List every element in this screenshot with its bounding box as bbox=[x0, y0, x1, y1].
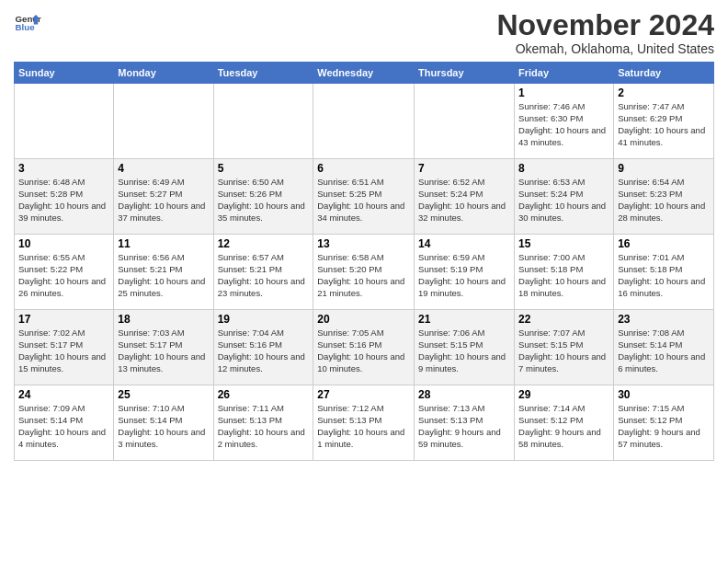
day-cell: 17Sunrise: 7:02 AM Sunset: 5:17 PM Dayli… bbox=[15, 310, 114, 385]
day-info: Sunrise: 7:07 AM Sunset: 5:15 PM Dayligh… bbox=[518, 327, 609, 374]
day-number: 17 bbox=[18, 313, 109, 326]
day-cell: 18Sunrise: 7:03 AM Sunset: 5:17 PM Dayli… bbox=[114, 310, 213, 385]
day-info: Sunrise: 7:12 AM Sunset: 5:13 PM Dayligh… bbox=[317, 403, 410, 450]
header-cell-saturday: Saturday bbox=[614, 63, 714, 84]
day-cell: 14Sunrise: 6:59 AM Sunset: 5:19 PM Dayli… bbox=[415, 235, 515, 310]
day-cell: 13Sunrise: 6:58 AM Sunset: 5:20 PM Dayli… bbox=[313, 235, 415, 310]
day-cell bbox=[415, 84, 515, 159]
title-area: November 2024 Okemah, Oklahoma, United S… bbox=[496, 9, 714, 56]
day-info: Sunrise: 7:03 AM Sunset: 5:17 PM Dayligh… bbox=[118, 327, 209, 374]
day-cell: 15Sunrise: 7:00 AM Sunset: 5:18 PM Dayli… bbox=[515, 235, 614, 310]
day-cell: 16Sunrise: 7:01 AM Sunset: 5:18 PM Dayli… bbox=[614, 235, 714, 310]
day-info: Sunrise: 7:00 AM Sunset: 5:18 PM Dayligh… bbox=[518, 252, 609, 299]
day-info: Sunrise: 6:59 AM Sunset: 5:19 PM Dayligh… bbox=[418, 252, 510, 299]
day-info: Sunrise: 6:52 AM Sunset: 5:24 PM Dayligh… bbox=[418, 177, 510, 224]
day-info: Sunrise: 6:55 AM Sunset: 5:22 PM Dayligh… bbox=[18, 252, 109, 299]
month-title: November 2024 bbox=[496, 9, 714, 41]
day-info: Sunrise: 7:11 AM Sunset: 5:13 PM Dayligh… bbox=[218, 403, 310, 450]
day-info: Sunrise: 7:05 AM Sunset: 5:16 PM Dayligh… bbox=[317, 327, 410, 374]
day-info: Sunrise: 7:46 AM Sunset: 6:30 PM Dayligh… bbox=[518, 101, 609, 148]
day-number: 15 bbox=[518, 237, 609, 250]
day-number: 22 bbox=[518, 313, 609, 326]
header-cell-tuesday: Tuesday bbox=[213, 63, 313, 84]
header-cell-thursday: Thursday bbox=[415, 63, 515, 84]
day-info: Sunrise: 7:10 AM Sunset: 5:14 PM Dayligh… bbox=[118, 403, 209, 450]
day-number: 18 bbox=[118, 313, 209, 326]
day-cell bbox=[313, 84, 415, 159]
day-info: Sunrise: 7:14 AM Sunset: 5:12 PM Dayligh… bbox=[518, 403, 609, 450]
calendar-table: SundayMondayTuesdayWednesdayThursdayFrid… bbox=[14, 62, 714, 461]
logo: General Blue bbox=[14, 9, 41, 37]
day-cell: 29Sunrise: 7:14 AM Sunset: 5:12 PM Dayli… bbox=[515, 385, 614, 461]
svg-text:Blue: Blue bbox=[16, 22, 36, 32]
day-number: 19 bbox=[218, 313, 310, 326]
day-info: Sunrise: 6:49 AM Sunset: 5:27 PM Dayligh… bbox=[118, 177, 209, 224]
day-cell bbox=[114, 84, 213, 159]
day-cell: 25Sunrise: 7:10 AM Sunset: 5:14 PM Dayli… bbox=[114, 385, 213, 461]
day-number: 24 bbox=[18, 388, 109, 401]
day-cell: 21Sunrise: 7:06 AM Sunset: 5:15 PM Dayli… bbox=[415, 310, 515, 385]
calendar-header: SundayMondayTuesdayWednesdayThursdayFrid… bbox=[15, 63, 714, 84]
day-number: 9 bbox=[618, 162, 710, 175]
day-number: 3 bbox=[18, 162, 109, 175]
day-info: Sunrise: 6:48 AM Sunset: 5:28 PM Dayligh… bbox=[18, 177, 109, 224]
day-number: 21 bbox=[418, 313, 510, 326]
day-cell: 26Sunrise: 7:11 AM Sunset: 5:13 PM Dayli… bbox=[213, 385, 313, 461]
day-number: 2 bbox=[618, 86, 710, 99]
location-title: Okemah, Oklahoma, United States bbox=[496, 41, 714, 56]
week-row-5: 24Sunrise: 7:09 AM Sunset: 5:14 PM Dayli… bbox=[15, 385, 714, 461]
day-info: Sunrise: 7:01 AM Sunset: 5:18 PM Dayligh… bbox=[618, 252, 710, 299]
day-cell: 23Sunrise: 7:08 AM Sunset: 5:14 PM Dayli… bbox=[614, 310, 714, 385]
day-number: 13 bbox=[317, 237, 410, 250]
header-cell-sunday: Sunday bbox=[15, 63, 114, 84]
header-cell-wednesday: Wednesday bbox=[313, 63, 415, 84]
day-cell: 30Sunrise: 7:15 AM Sunset: 5:12 PM Dayli… bbox=[614, 385, 714, 461]
day-info: Sunrise: 6:50 AM Sunset: 5:26 PM Dayligh… bbox=[218, 177, 310, 224]
day-number: 12 bbox=[218, 237, 310, 250]
day-cell: 10Sunrise: 6:55 AM Sunset: 5:22 PM Dayli… bbox=[15, 235, 114, 310]
day-info: Sunrise: 6:58 AM Sunset: 5:20 PM Dayligh… bbox=[317, 252, 410, 299]
day-info: Sunrise: 7:04 AM Sunset: 5:16 PM Dayligh… bbox=[218, 327, 310, 374]
day-number: 23 bbox=[618, 313, 710, 326]
day-cell: 11Sunrise: 6:56 AM Sunset: 5:21 PM Dayli… bbox=[114, 235, 213, 310]
header-cell-monday: Monday bbox=[114, 63, 213, 84]
day-info: Sunrise: 7:47 AM Sunset: 6:29 PM Dayligh… bbox=[618, 101, 710, 148]
day-info: Sunrise: 7:02 AM Sunset: 5:17 PM Dayligh… bbox=[18, 327, 109, 374]
day-number: 26 bbox=[218, 388, 310, 401]
day-number: 14 bbox=[418, 237, 510, 250]
week-row-2: 3Sunrise: 6:48 AM Sunset: 5:28 PM Daylig… bbox=[15, 159, 714, 235]
day-cell: 1Sunrise: 7:46 AM Sunset: 6:30 PM Daylig… bbox=[515, 84, 614, 159]
day-cell: 9Sunrise: 6:54 AM Sunset: 5:23 PM Daylig… bbox=[614, 159, 714, 235]
day-info: Sunrise: 7:15 AM Sunset: 5:12 PM Dayligh… bbox=[618, 403, 710, 450]
day-info: Sunrise: 7:13 AM Sunset: 5:13 PM Dayligh… bbox=[418, 403, 510, 450]
day-cell: 8Sunrise: 6:53 AM Sunset: 5:24 PM Daylig… bbox=[515, 159, 614, 235]
day-cell: 3Sunrise: 6:48 AM Sunset: 5:28 PM Daylig… bbox=[15, 159, 114, 235]
week-row-1: 1Sunrise: 7:46 AM Sunset: 6:30 PM Daylig… bbox=[15, 84, 714, 159]
day-number: 25 bbox=[118, 388, 209, 401]
day-number: 20 bbox=[317, 313, 410, 326]
day-number: 30 bbox=[618, 388, 710, 401]
day-cell: 20Sunrise: 7:05 AM Sunset: 5:16 PM Dayli… bbox=[313, 310, 415, 385]
day-info: Sunrise: 7:08 AM Sunset: 5:14 PM Dayligh… bbox=[618, 327, 710, 374]
header-cell-friday: Friday bbox=[515, 63, 614, 84]
day-cell: 22Sunrise: 7:07 AM Sunset: 5:15 PM Dayli… bbox=[515, 310, 614, 385]
day-number: 10 bbox=[18, 237, 109, 250]
day-cell: 2Sunrise: 7:47 AM Sunset: 6:29 PM Daylig… bbox=[614, 84, 714, 159]
day-number: 28 bbox=[418, 388, 510, 401]
day-cell: 7Sunrise: 6:52 AM Sunset: 5:24 PM Daylig… bbox=[415, 159, 515, 235]
day-cell: 24Sunrise: 7:09 AM Sunset: 5:14 PM Dayli… bbox=[15, 385, 114, 461]
day-info: Sunrise: 6:53 AM Sunset: 5:24 PM Dayligh… bbox=[518, 177, 609, 224]
day-number: 27 bbox=[317, 388, 410, 401]
day-cell bbox=[15, 84, 114, 159]
day-number: 7 bbox=[418, 162, 510, 175]
day-info: Sunrise: 6:57 AM Sunset: 5:21 PM Dayligh… bbox=[218, 252, 310, 299]
day-number: 29 bbox=[518, 388, 609, 401]
logo-icon: General Blue bbox=[14, 9, 41, 37]
day-info: Sunrise: 7:06 AM Sunset: 5:15 PM Dayligh… bbox=[418, 327, 510, 374]
day-info: Sunrise: 7:09 AM Sunset: 5:14 PM Dayligh… bbox=[18, 403, 109, 450]
day-number: 8 bbox=[518, 162, 609, 175]
day-number: 6 bbox=[317, 162, 410, 175]
day-number: 4 bbox=[118, 162, 209, 175]
week-row-4: 17Sunrise: 7:02 AM Sunset: 5:17 PM Dayli… bbox=[15, 310, 714, 385]
day-number: 16 bbox=[618, 237, 710, 250]
